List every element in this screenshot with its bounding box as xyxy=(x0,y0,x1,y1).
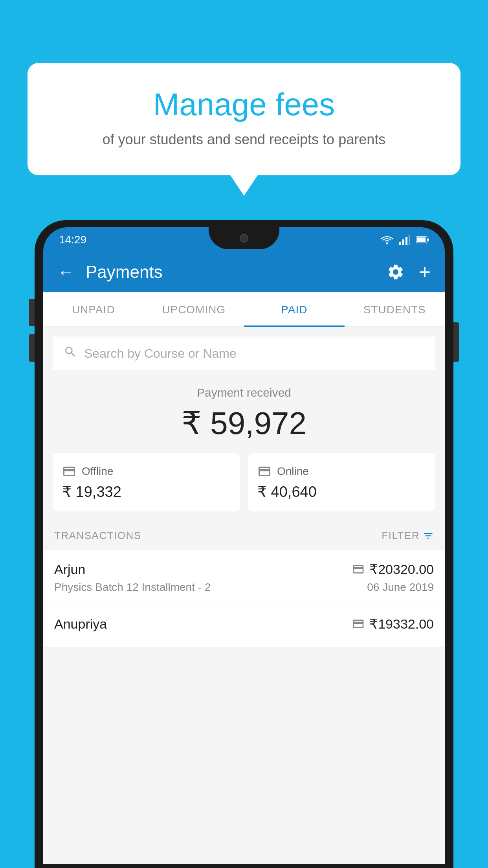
volume-down-button xyxy=(29,334,35,362)
transaction-top-2: Anupriya ₹19332.00 xyxy=(54,616,434,632)
online-icon xyxy=(257,464,272,478)
payment-summary: Payment received ₹ 59,972 xyxy=(43,370,445,453)
table-row[interactable]: Anupriya ₹19332.00 xyxy=(43,605,445,647)
online-card: Online ₹ 40,640 xyxy=(248,453,435,511)
speech-bubble-container: Manage fees of your students and send re… xyxy=(28,63,460,175)
power-button xyxy=(453,322,459,362)
filter-icon xyxy=(423,530,434,541)
payment-total-amount: ₹ 59,972 xyxy=(51,405,437,441)
transactions-label: TRANSACTIONS xyxy=(54,530,141,542)
volume-up-button xyxy=(29,299,35,326)
transaction-name-1: Arjun xyxy=(54,562,85,577)
transaction-name-2: Anupriya xyxy=(54,616,107,632)
svg-point-0 xyxy=(386,243,388,245)
svg-rect-6 xyxy=(417,237,426,242)
speech-bubble: Manage fees of your students and send re… xyxy=(28,63,460,175)
transactions-header: TRANSACTIONS FILTER xyxy=(43,521,445,550)
tabs-container: UNPAID UPCOMING PAID STUDENTS xyxy=(43,292,445,327)
transaction-amount-wrap-1: ₹20320.00 xyxy=(352,561,434,577)
payment-received-label: Payment received xyxy=(51,386,437,399)
add-button[interactable]: + xyxy=(419,260,431,284)
svg-rect-2 xyxy=(402,239,404,245)
offline-header: Offline xyxy=(62,464,231,478)
offline-card: Offline ₹ 19,332 xyxy=(53,453,240,511)
svg-rect-4 xyxy=(409,235,410,245)
transaction-date-1: 06 June 2019 xyxy=(367,581,434,594)
tab-students[interactable]: STUDENTS xyxy=(345,292,445,326)
online-label: Online xyxy=(277,465,309,478)
phone-wrapper: 14:29 xyxy=(35,220,453,868)
transaction-top-1: Arjun ₹20320.00 xyxy=(54,561,434,577)
transaction-course-1: Physics Batch 12 Installment - 2 xyxy=(54,581,211,594)
app-bar-actions: + xyxy=(387,260,431,284)
phone-outer: 14:29 xyxy=(35,220,453,868)
app-bar-title: Payments xyxy=(86,262,387,282)
svg-rect-1 xyxy=(399,242,401,245)
offline-icon xyxy=(62,464,76,478)
svg-rect-3 xyxy=(405,237,407,245)
search-bar[interactable]: Search by Course or Name xyxy=(53,337,435,370)
transaction-amount-1: ₹20320.00 xyxy=(369,561,434,577)
filter-button[interactable]: FILTER xyxy=(382,530,434,542)
app-bar: ← Payments + xyxy=(43,252,445,292)
card-payment-icon-1 xyxy=(352,563,365,576)
settings-icon[interactable] xyxy=(387,263,405,281)
back-button[interactable]: ← xyxy=(57,262,75,282)
offline-amount: ₹ 19,332 xyxy=(62,483,231,500)
transaction-amount-wrap-2: ₹19332.00 xyxy=(352,616,434,632)
background: Manage fees of your students and send re… xyxy=(0,0,488,868)
bubble-title: Manage fees xyxy=(59,86,429,123)
tab-unpaid[interactable]: UNPAID xyxy=(43,292,144,326)
offline-payment-icon-2 xyxy=(352,618,365,630)
search-placeholder: Search by Course or Name xyxy=(84,346,237,361)
table-row[interactable]: Arjun ₹20320.00 Physics Batch 12 Install… xyxy=(43,550,445,605)
camera xyxy=(240,234,248,243)
wifi-icon xyxy=(380,235,394,245)
notch xyxy=(209,227,279,249)
online-header: Online xyxy=(257,464,426,478)
tab-paid[interactable]: PAID xyxy=(244,292,345,326)
phone-screen: 14:29 xyxy=(43,227,445,868)
bubble-subtitle: of your students and send receipts to pa… xyxy=(59,131,429,148)
tab-upcoming[interactable]: UPCOMING xyxy=(144,292,244,326)
payment-cards: Offline ₹ 19,332 Online xyxy=(53,453,435,511)
offline-label: Offline xyxy=(82,465,113,478)
transaction-bottom-1: Physics Batch 12 Installment - 2 06 June… xyxy=(54,581,434,594)
status-time: 14:29 xyxy=(59,234,86,246)
signal-icon xyxy=(399,235,410,245)
status-icons xyxy=(380,235,429,245)
battery-icon xyxy=(416,236,429,244)
online-amount: ₹ 40,640 xyxy=(257,483,426,500)
screen-content: Search by Course or Name Payment receive… xyxy=(43,327,445,864)
svg-rect-7 xyxy=(427,239,429,241)
transaction-amount-2: ₹19332.00 xyxy=(369,616,434,632)
search-icon xyxy=(64,345,77,362)
